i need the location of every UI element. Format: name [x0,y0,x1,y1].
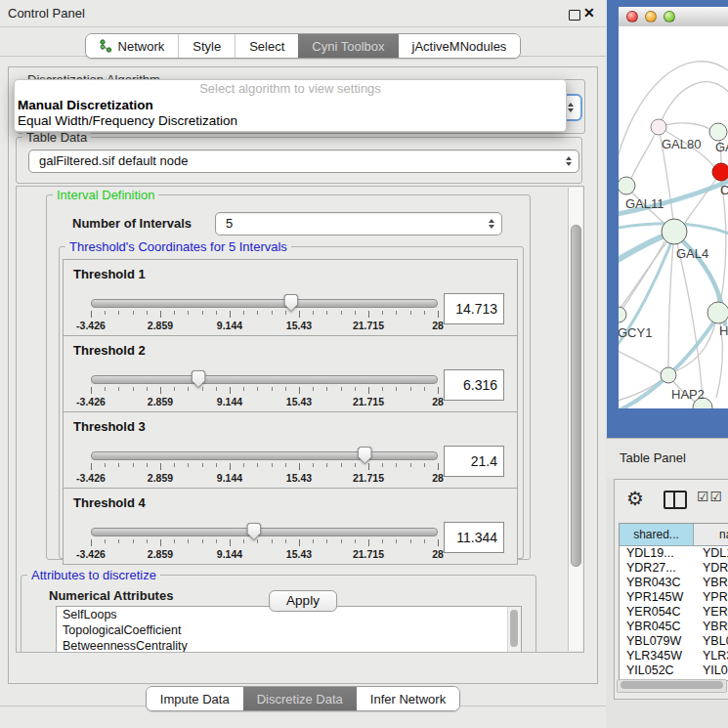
node-label-gal11: GAL11 [625,196,664,211]
slider-thumb[interactable] [192,370,206,388]
tick-mark [160,539,161,546]
threshold-label: Threshold 1 [73,267,146,281]
column-header-shared-[interactable]: shared... [620,524,694,546]
network-edge [619,349,661,373]
tab-select[interactable]: Select [235,34,298,58]
table-data-title: Table Data [22,130,91,145]
bottom-tabstrip: Impute DataDiscretize DataInfer Network [0,686,606,711]
table-row[interactable]: YLR345WYLR3 [620,649,728,664]
main-scrollbar-thumb[interactable] [571,225,581,567]
tick-mark [216,387,217,391]
tick-mark [160,463,161,470]
slider-track [91,375,438,384]
node-hap2[interactable] [661,367,676,383]
thresholds-group-title: Threshold's Coordinates for 5 Intervals [65,239,291,254]
tab-network[interactable]: Network [86,34,179,58]
popup-option-equal-width-frequency-discretization[interactable]: Equal Width/Frequency Discretization [18,113,237,129]
table-row[interactable]: YER054CYER0 [620,605,728,620]
node-gal80[interactable] [651,119,666,135]
node-gcy1[interactable] [619,307,626,322]
list-item-topologicalcoefficient[interactable]: TopologicalCoefficient [57,622,521,638]
tick-mark [133,387,134,391]
float-window-icon[interactable] [569,10,580,21]
column-header-na[interactable]: na [694,524,728,546]
tab-infer-network[interactable]: Infer Network [357,687,459,710]
network-edge [630,127,659,181]
tick-mark [438,311,439,318]
tab-cyni-toolbox[interactable]: Cyni Toolbox [298,34,398,58]
tick-mark [243,311,244,315]
slider-thumb[interactable] [246,523,261,540]
threshold-slider[interactable]: -3.4262.8599.14415.4321.71528 [91,448,438,483]
table-row[interactable]: YDL19...YDL1 [620,546,728,561]
threshold-slider[interactable]: -3.4262.8599.14415.4321.71528 [91,295,438,330]
tick-mark [410,311,411,315]
tick-mark [313,463,314,467]
table-row[interactable]: YIL052CYIL0 [620,664,728,674]
table-row[interactable]: YBR045CYBR0 [620,620,728,634]
table-hscrollbar[interactable] [617,679,727,693]
tick-mark [285,311,286,315]
tab-label: Style [193,39,221,54]
apply-button[interactable]: Apply [269,590,337,612]
network-icon [100,39,112,53]
network-window-titlebar[interactable] [619,7,728,27]
main-scrollbar[interactable] [568,188,582,651]
threshold-slider[interactable]: -3.4262.8599.14415.4321.71528 [91,524,438,559]
node-label-hap2: HAP2 [671,387,705,402]
threshold-value-field[interactable]: 11.344 [444,522,504,553]
node-right[interactable] [707,302,728,323]
table-row[interactable]: YBR043CYBR0 [620,576,728,590]
tick-mark [91,387,92,394]
table-row[interactable]: YPR145WYPR1 [620,590,728,605]
threshold-label: Threshold 3 [73,419,146,434]
slider-tick-labels: -3.4262.8599.14415.4321.71528 [91,548,438,560]
node-top-right[interactable] [709,123,727,141]
cell-name: YDR2 [694,561,728,576]
network-canvas[interactable]: GAL80GAGAL11CGAL4GCY1HHAP2 [619,26,728,408]
tab-impute-data[interactable]: Impute Data [147,687,243,710]
traffic-light-zoom-icon[interactable] [664,11,675,22]
slider-thumb[interactable] [358,447,372,464]
tab-label: Cyni Toolbox [312,39,384,54]
close-icon[interactable]: ✕ [583,5,595,21]
tick-label: 2.859 [148,472,173,484]
list-scrollbar[interactable] [507,607,521,653]
table-hscrollbar-thumb[interactable] [621,681,723,689]
network-window: GAL80GAGAL11CGAL4GCY1HHAP2 [607,0,728,438]
split-view-icon[interactable] [664,491,687,509]
tick-mark [438,539,439,546]
num-intervals-combo[interactable]: 5 [215,212,502,236]
threshold-value-field[interactable]: 6.316 [444,369,504,401]
threshold-value-field[interactable]: 14.713 [444,293,504,324]
gear-icon[interactable]: ⚙ [626,486,644,511]
table-header: shared...na [620,524,728,546]
node-red[interactable] [712,163,728,181]
popup-option-manual-discretization[interactable]: Manual Discretization [18,98,153,113]
tab-style[interactable]: Style [178,34,235,58]
node-gal4[interactable] [662,219,687,244]
traffic-light-minimize-icon[interactable] [645,11,657,22]
threshold-slider[interactable]: -3.4262.8599.14415.4321.71528 [91,371,438,407]
tick-label: 21.715 [353,472,384,484]
table-data-combo[interactable]: galFiltered.sif default node [28,150,579,173]
tick-mark [410,463,411,467]
traffic-light-close-icon[interactable] [626,11,638,22]
table-row[interactable]: YDR27...YDR2 [620,561,728,576]
tab-label: Impute Data [160,692,230,707]
list-item-betweennesscentrality[interactable]: BetweennessCentrality [57,638,521,653]
select-columns-icon[interactable]: ☑☑ [697,489,723,504]
settings-scroll-area: Interval Definition Number of Intervals … [16,186,584,653]
tick-mark [202,539,203,543]
node-left[interactable] [619,177,635,194]
cell-name: YDL1 [694,546,728,561]
tab-jactivemnodules[interactable]: jActiveMNodules [399,34,521,58]
tab-discretize-data[interactable]: Discretize Data [243,687,357,710]
slider-thumb[interactable] [283,294,298,312]
popup-prompt: Select algorithm to view settings [15,81,566,97]
tick-mark [285,539,286,543]
list-scrollbar-thumb[interactable] [510,610,518,647]
tick-label: 15.43 [286,472,312,484]
table-row[interactable]: YBL079WYBL0 [620,634,728,649]
threshold-value-field[interactable]: 21.4 [444,446,504,477]
